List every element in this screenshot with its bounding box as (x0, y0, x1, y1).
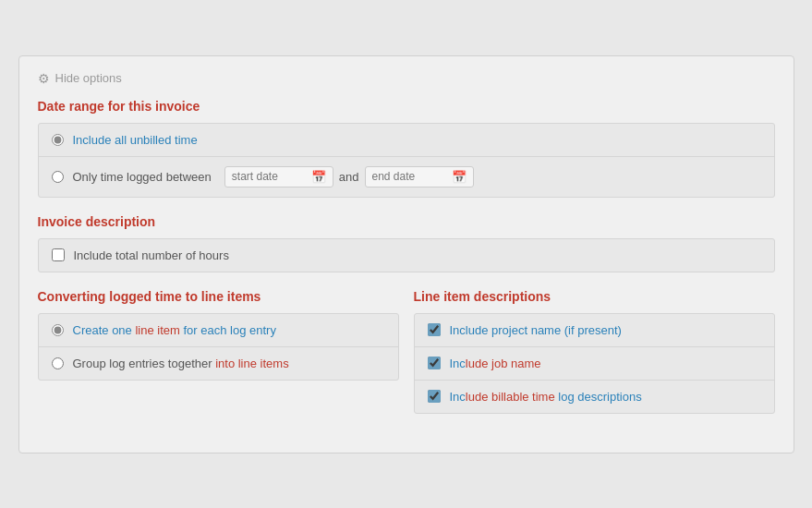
include-total-hours-row: Include total number of hours (39, 239, 774, 272)
two-col-section: Converting logged time to line items Cre… (38, 289, 775, 430)
date-inputs: 📅 and 📅 (224, 166, 474, 187)
include-billable-time-row: Include billable time log descriptions (415, 380, 774, 413)
line-item-descriptions-col: Line item descriptions Include project n… (414, 289, 775, 430)
hide-options-link[interactable]: Hide options (55, 71, 122, 85)
one-line-item-radio[interactable] (52, 324, 64, 336)
inc-billable-highlight: lude billable time (466, 390, 555, 404)
include-project-name-text: Include project name (if present) (450, 323, 622, 337)
line-item-descriptions-box: Include project name (if present) Includ… (414, 313, 775, 414)
include-all-unbilled-text: Include all unbilled time (73, 133, 198, 147)
date-range-box: Include all unbilled time Only time logg… (38, 123, 775, 198)
include-all-unbilled-row: Include all unbilled time (39, 124, 774, 156)
invoice-description-title: Invoice description (38, 214, 775, 229)
start-calendar-icon: 📅 (311, 170, 326, 184)
date-range-title: Date range for this invoice (38, 99, 775, 114)
only-time-logged-label[interactable]: Only time logged between (73, 170, 212, 184)
include-job-name-checkbox[interactable] (428, 357, 441, 369)
include-project-name-checkbox[interactable] (428, 323, 441, 336)
group-log-highlight: into line items (215, 357, 288, 370)
include-all-unbilled-label[interactable]: Include all unbilled time (73, 133, 198, 147)
one-line-item-row: Create one line item for each log entry (39, 314, 398, 346)
include-total-hours-text: Include total number of hours (74, 248, 229, 262)
include-billable-time-checkbox[interactable] (428, 390, 441, 403)
end-calendar-icon: 📅 (452, 170, 467, 184)
include-total-hours-label[interactable]: Include total number of hours (74, 248, 229, 262)
converting-logged-box: Create one line item for each log entry … (38, 313, 399, 381)
invoice-description-box: Include total number of hours (38, 238, 775, 272)
line-item-descriptions-title: Line item descriptions (414, 289, 775, 304)
group-log-entries-radio[interactable] (52, 357, 64, 369)
include-billable-time-label[interactable]: Include billable time log descriptions (450, 390, 642, 404)
converting-logged-title: Converting logged time to line items (38, 289, 399, 304)
include-project-name-row: Include project name (if present) (415, 314, 774, 346)
hide-options-row: ⚙ Hide options (38, 71, 775, 86)
include-total-hours-checkbox[interactable] (52, 248, 65, 261)
only-time-logged-text: Only time logged between (73, 170, 212, 184)
converting-logged-col: Converting logged time to line items Cre… (38, 289, 399, 430)
group-log-entries-label[interactable]: Group log entries together into line ite… (73, 357, 289, 370)
one-line-item-label[interactable]: Create one line item for each log entry (73, 323, 276, 337)
start-date-input[interactable] (232, 170, 306, 183)
only-time-logged-row: Only time logged between 📅 and 📅 (39, 156, 774, 197)
inc-billable-before: Inc (450, 390, 466, 404)
end-date-wrapper: 📅 (365, 166, 474, 187)
inc-billable-after: log descriptions (555, 390, 642, 404)
gear-icon: ⚙ (38, 71, 50, 86)
include-job-name-label[interactable]: Include job name (450, 357, 541, 370)
end-date-input[interactable] (372, 170, 446, 183)
one-line-item-highlight: line item (135, 323, 179, 337)
start-date-wrapper: 📅 (224, 166, 333, 187)
only-time-logged-radio[interactable] (52, 171, 64, 183)
inc-job-highlight: lude job name (466, 357, 541, 370)
one-line-item-after: for each log entry (180, 323, 276, 337)
inc-job-before: Inc (450, 357, 466, 370)
one-line-item-plain: Create one (73, 323, 136, 337)
include-all-unbilled-radio[interactable] (52, 134, 64, 146)
and-text: and (339, 170, 359, 184)
include-job-name-row: Include job name (415, 346, 774, 380)
group-log-plain: Group log entries together (73, 357, 216, 370)
include-project-name-label[interactable]: Include project name (if present) (450, 323, 622, 337)
options-panel: ⚙ Hide options Date range for this invoi… (18, 55, 794, 454)
group-log-entries-row: Group log entries together into line ite… (39, 346, 398, 380)
